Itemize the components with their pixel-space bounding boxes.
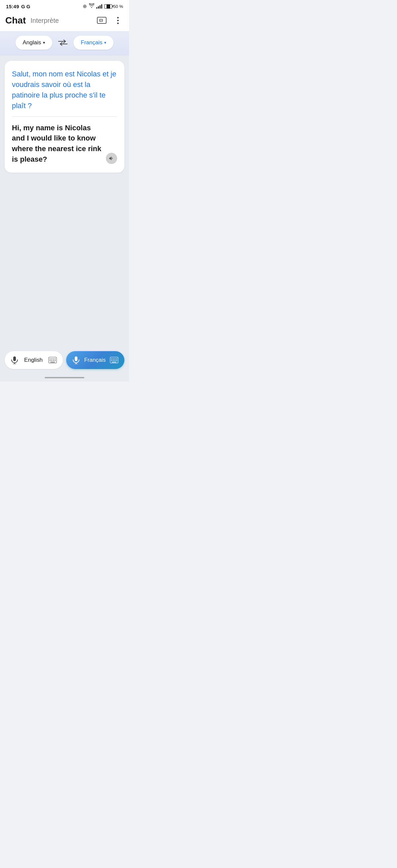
svg-rect-30 xyxy=(113,360,114,361)
target-language-label: Français xyxy=(81,39,102,46)
message-card: Salut, mon nom est Nicolas et je voudrai… xyxy=(5,61,124,173)
svg-rect-28 xyxy=(116,359,117,360)
svg-rect-19 xyxy=(55,360,56,361)
empty-chat-space xyxy=(0,254,129,346)
more-options-button[interactable] xyxy=(112,14,124,27)
english-button-label: English xyxy=(21,357,45,363)
target-language-chevron: ▾ xyxy=(104,40,106,45)
status-icons: ⊕ 50 % xyxy=(83,3,123,9)
svg-point-5 xyxy=(117,23,118,24)
svg-rect-31 xyxy=(115,360,116,361)
swap-languages-button[interactable] xyxy=(58,40,67,45)
home-indicator xyxy=(45,377,84,378)
status-brand: G G xyxy=(21,4,30,9)
app-bar: Chat Interprète xyxy=(0,11,129,31)
svg-rect-20 xyxy=(50,362,55,363)
speaker-icon xyxy=(109,155,115,161)
swap-icon xyxy=(58,40,67,45)
nfc-icon: ⊕ xyxy=(83,3,87,9)
english-mic-icon xyxy=(10,356,19,364)
english-keyboard-icon xyxy=(48,356,57,364)
svg-point-4 xyxy=(117,20,118,21)
more-icon xyxy=(117,17,119,24)
svg-rect-26 xyxy=(113,359,114,360)
svg-rect-32 xyxy=(116,360,117,361)
svg-rect-17 xyxy=(51,360,52,361)
svg-rect-15 xyxy=(55,359,56,360)
svg-rect-8 xyxy=(13,356,16,361)
source-language-selector[interactable]: Anglais ▾ xyxy=(16,36,53,50)
message-divider xyxy=(12,116,117,117)
english-mic-button[interactable]: English xyxy=(5,351,63,369)
wifi-icon xyxy=(89,3,94,9)
french-mic-icon xyxy=(72,356,80,364)
svg-rect-29 xyxy=(111,360,112,361)
language-bar: Anglais ▾ Français ▾ xyxy=(0,31,129,56)
svg-rect-12 xyxy=(50,359,51,360)
speaker-button[interactable] xyxy=(106,153,117,164)
status-bar: 15:49 G G ⊕ 50 % xyxy=(0,0,129,11)
signal-icon xyxy=(96,4,102,9)
source-language-label: Anglais xyxy=(23,39,41,46)
svg-rect-33 xyxy=(112,362,117,363)
french-button-label: Français xyxy=(83,357,107,363)
message-english-container: Hi, my name is Nicolas and I would like … xyxy=(12,123,117,165)
translate-icon xyxy=(97,17,107,24)
battery-icon: 50 % xyxy=(104,4,123,9)
target-language-selector[interactable]: Français ▾ xyxy=(73,36,114,50)
french-keyboard-icon xyxy=(110,356,118,364)
message-english-text: Hi, my name is Nicolas and I would like … xyxy=(12,123,102,165)
message-french-text: Salut, mon nom est Nicolas et je voudrai… xyxy=(12,69,117,111)
home-bar xyxy=(0,374,129,381)
svg-rect-25 xyxy=(111,359,112,360)
status-time: 15:49 xyxy=(6,4,19,9)
app-subtitle: Interprète xyxy=(30,17,59,25)
svg-rect-16 xyxy=(50,360,51,361)
french-mic-button[interactable]: Français xyxy=(66,351,124,369)
bottom-controls: English Fran xyxy=(0,346,129,374)
svg-rect-27 xyxy=(115,359,116,360)
app-title: Chat xyxy=(5,15,26,26)
svg-point-3 xyxy=(117,17,118,18)
svg-rect-21 xyxy=(75,356,78,361)
chat-area: Salut, mon nom est Nicolas et je voudrai… xyxy=(0,56,129,254)
translate-button[interactable] xyxy=(96,14,108,27)
svg-rect-14 xyxy=(53,359,54,360)
source-language-chevron: ▾ xyxy=(43,40,45,45)
svg-rect-13 xyxy=(51,359,52,360)
svg-rect-18 xyxy=(53,360,54,361)
